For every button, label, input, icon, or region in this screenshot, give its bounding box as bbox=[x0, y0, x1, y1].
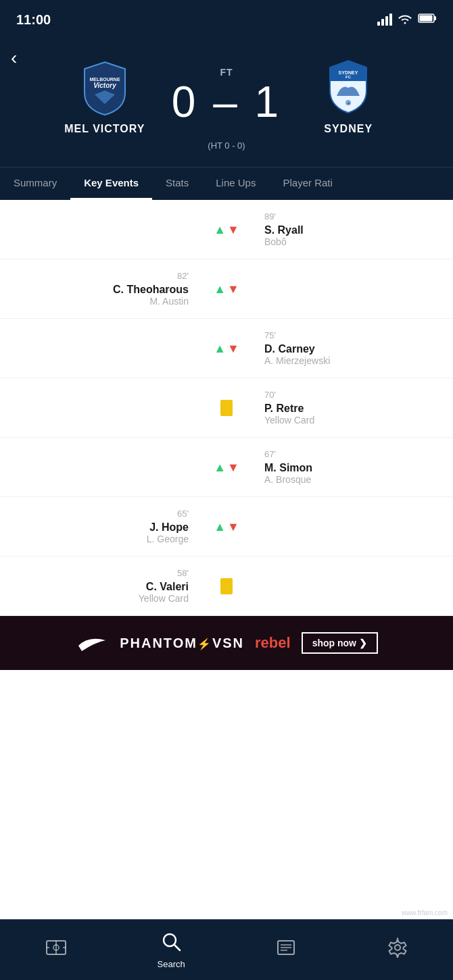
ad-rebel: rebel bbox=[255, 634, 291, 652]
event-player-sub: L. George bbox=[147, 534, 189, 544]
away-team-block: SYDNEY FC ★ SYDNEY bbox=[297, 55, 399, 135]
svg-text:FC: FC bbox=[345, 75, 352, 79]
settings-icon bbox=[387, 937, 408, 962]
ad-shop-button[interactable]: shop now ❯ bbox=[302, 632, 378, 654]
event-row: 58' C. Valeri Yellow Card bbox=[0, 557, 453, 616]
status-time: 11:00 bbox=[16, 12, 51, 28]
event-player-main: S. Ryall bbox=[264, 224, 304, 236]
tab-lineups[interactable]: Line Ups bbox=[202, 167, 269, 200]
event-player-sub: A. Mierzejewski bbox=[264, 355, 330, 366]
score-block: FT 0 – 1 bbox=[172, 67, 281, 124]
event-player-sub: Bobô bbox=[264, 236, 287, 247]
event-center: ▲ ▼ bbox=[199, 222, 254, 237]
event-center bbox=[199, 577, 254, 596]
event-minute: 67' bbox=[264, 449, 276, 459]
svg-text:Victory: Victory bbox=[93, 82, 116, 89]
event-right: 89' S. Ryall Bobô bbox=[254, 211, 453, 247]
away-score: 1 bbox=[255, 78, 282, 126]
event-right: 70' P. Retre Yellow Card bbox=[254, 390, 453, 425]
bottom-nav: Search bbox=[0, 919, 453, 980]
tab-stats[interactable]: Stats bbox=[152, 167, 202, 200]
away-team-logo: SYDNEY FC ★ bbox=[318, 55, 379, 116]
nav-home[interactable] bbox=[45, 938, 67, 962]
event-player-main: M. Simon bbox=[264, 462, 312, 474]
event-right: 75' D. Carney A. Mierzejewski bbox=[254, 330, 453, 366]
back-button[interactable]: ‹ bbox=[11, 47, 17, 69]
tab-player-ratings[interactable]: Player Rati bbox=[269, 167, 345, 200]
event-minute: 82' bbox=[177, 271, 189, 281]
event-center bbox=[199, 398, 254, 417]
signal-icon bbox=[377, 14, 392, 26]
substitution-icon: ▲ ▼ bbox=[211, 282, 242, 296]
match-header: ‹ MELBOURNE Victory MEL VICTORY FT 0 bbox=[0, 36, 453, 167]
arrow-down-icon: ▼ bbox=[227, 224, 239, 236]
substitution-icon: ▲ ▼ bbox=[211, 519, 242, 534]
nav-search[interactable]: Search bbox=[158, 931, 185, 969]
news-icon bbox=[275, 938, 297, 962]
event-left: 65' J. Hope L. George bbox=[0, 509, 199, 544]
nav-news[interactable] bbox=[275, 938, 297, 962]
yellow-card-shape bbox=[220, 400, 233, 416]
event-minute: 89' bbox=[264, 211, 276, 222]
score-display: 0 – 1 bbox=[172, 80, 281, 124]
field-icon bbox=[45, 938, 67, 962]
ad-text: PHANTOM⚡VSN bbox=[120, 636, 244, 651]
event-player-main: C. Valeri bbox=[146, 581, 189, 593]
substitution-icon: ▲ ▼ bbox=[211, 460, 242, 475]
yellow-card-shape bbox=[220, 578, 233, 594]
svg-text:MELBOURNE: MELBOURNE bbox=[89, 77, 120, 82]
event-player-main: J. Hope bbox=[149, 521, 189, 534]
home-score: 0 bbox=[172, 78, 199, 126]
ad-banner[interactable]: PHANTOM⚡VSN rebel shop now ❯ bbox=[0, 616, 453, 670]
arrow-down-icon: ▼ bbox=[227, 461, 239, 473]
event-row: 65' J. Hope L. George ▲ ▼ bbox=[0, 497, 453, 557]
event-player-main: D. Carney bbox=[264, 343, 315, 355]
event-row: ▲ ▼ 75' D. Carney A. Mierzejewski bbox=[0, 319, 453, 378]
arrow-up-icon: ▲ bbox=[214, 342, 226, 355]
yellow-card-icon bbox=[218, 398, 235, 417]
svg-point-20 bbox=[395, 945, 400, 950]
svg-rect-1 bbox=[420, 15, 433, 21]
arrow-down-icon: ▼ bbox=[227, 521, 239, 533]
tab-summary[interactable]: Summary bbox=[0, 167, 70, 200]
event-player-main: P. Retre bbox=[264, 403, 304, 415]
ad-shop-now-text: shop now ❯ bbox=[312, 638, 367, 648]
search-label: Search bbox=[158, 959, 185, 969]
arrow-up-icon: ▲ bbox=[214, 283, 226, 295]
event-center: ▲ ▼ bbox=[199, 282, 254, 296]
event-center: ▲ ▼ bbox=[199, 341, 254, 356]
event-player-sub: Yellow Card bbox=[264, 415, 314, 425]
match-score-area: MELBOURNE Victory MEL VICTORY FT 0 – 1 S… bbox=[11, 55, 442, 135]
svg-text:SYDNEY: SYDNEY bbox=[339, 70, 358, 75]
event-player-sub: A. Brosque bbox=[264, 474, 311, 485]
away-team-name: SYDNEY bbox=[324, 123, 373, 135]
events-container: ▲ ▼ 89' S. Ryall Bobô 82' C. Theoharous … bbox=[0, 200, 453, 616]
event-player-sub: Yellow Card bbox=[139, 593, 189, 604]
home-team-block: MELBOURNE Victory MEL VICTORY bbox=[54, 55, 156, 135]
arrow-down-icon: ▼ bbox=[227, 342, 239, 355]
event-row: ▲ ▼ 67' M. Simon A. Brosque bbox=[0, 438, 453, 497]
match-status: FT bbox=[220, 67, 233, 78]
arrow-up-icon: ▲ bbox=[214, 521, 226, 533]
watermark: www.frfam.com bbox=[402, 909, 448, 917]
arrow-up-icon: ▲ bbox=[214, 461, 226, 473]
svg-rect-2 bbox=[434, 16, 436, 20]
event-player-main: C. Theoharous bbox=[113, 284, 189, 296]
event-row: 82' C. Theoharous M. Austin ▲ ▼ bbox=[0, 259, 453, 319]
event-minute: 75' bbox=[264, 330, 276, 340]
nav-settings[interactable] bbox=[387, 937, 408, 962]
home-team-name: MEL VICTORY bbox=[64, 123, 145, 135]
home-team-logo: MELBOURNE Victory bbox=[74, 55, 135, 116]
yellow-card-icon bbox=[218, 577, 235, 596]
nike-swoosh-icon bbox=[75, 628, 109, 659]
event-right: 67' M. Simon A. Brosque bbox=[254, 449, 453, 485]
arrow-down-icon: ▼ bbox=[227, 283, 239, 295]
svg-line-15 bbox=[174, 945, 180, 950]
score-dash: – bbox=[213, 78, 254, 126]
event-left: 58' C. Valeri Yellow Card bbox=[0, 568, 199, 604]
status-bar: 11:00 bbox=[0, 0, 453, 36]
wifi-icon bbox=[398, 12, 412, 28]
event-minute: 65' bbox=[177, 509, 189, 519]
tab-key-events[interactable]: Key Events bbox=[70, 167, 152, 200]
battery-icon bbox=[418, 13, 437, 27]
